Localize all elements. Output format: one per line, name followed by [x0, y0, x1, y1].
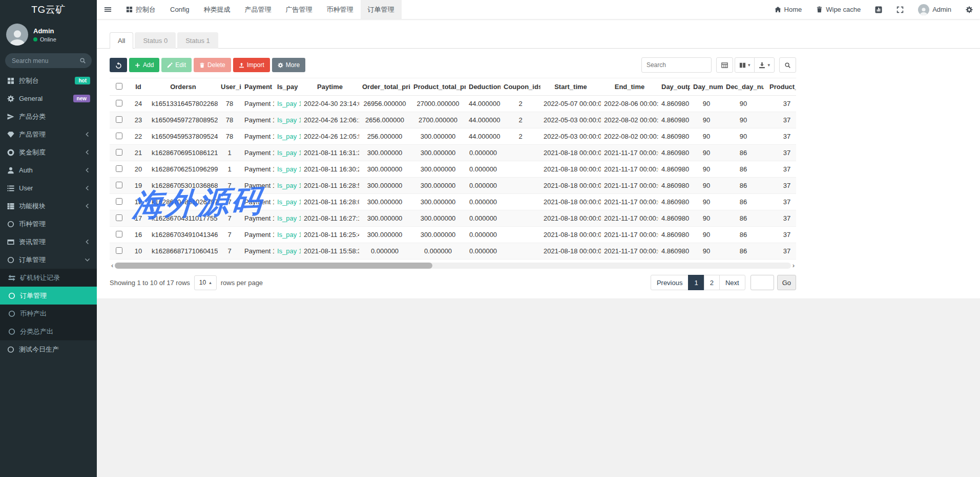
sidebar-item-user[interactable]: User [0, 179, 97, 197]
cell-is_pay[interactable]: Is_pay 1 [274, 227, 301, 243]
sidebar-item-bonus-system[interactable]: 奖金制度 [0, 143, 97, 161]
fullscreen-button[interactable] [889, 0, 911, 19]
go-button[interactable]: Go [777, 275, 796, 290]
cell-is_pay[interactable]: Is_pay 1 [274, 128, 301, 145]
row-checkbox[interactable] [116, 247, 122, 254]
row-checkbox[interactable] [116, 214, 122, 221]
add-button[interactable]: Add [129, 58, 159, 72]
topnav-config[interactable]: Config [163, 0, 197, 19]
column-header-payment[interactable]: Payment [241, 78, 274, 96]
topnav-dashboard[interactable]: 控制台 [119, 0, 163, 19]
row-checkbox[interactable] [116, 100, 122, 106]
scroll-right-arrow-icon[interactable]: › [791, 263, 796, 269]
sidebar-item-order-management-list[interactable]: 订单管理 [0, 287, 97, 305]
cell-is_pay[interactable]: Is_pay 1 [274, 161, 301, 178]
delete-button[interactable]: Delete [194, 58, 231, 72]
sidebar-toggle-button[interactable] [97, 0, 119, 19]
cell-is_pay[interactable]: Is_pay 1 [274, 194, 301, 210]
sidebar-item-product-category[interactable]: 产品分类 [0, 107, 97, 125]
goto-page-input[interactable] [750, 275, 774, 290]
table-row[interactable]: 16k1628670349104134627Payment 1Is_pay 12… [110, 227, 796, 243]
scrollbar-track[interactable] [115, 263, 790, 269]
admin-menu[interactable]: Admin [911, 0, 958, 19]
scrollbar-thumb[interactable] [115, 263, 432, 269]
topnav-ad-management[interactable]: 广告管理 [279, 0, 320, 19]
cell-is_pay[interactable]: Is_pay 1 [274, 178, 301, 194]
next-page-button[interactable]: Next [719, 275, 745, 290]
columns-button[interactable]: ▾ [735, 57, 755, 73]
topnav-product-management[interactable]: 产品管理 [238, 0, 279, 19]
row-checkbox[interactable] [116, 198, 122, 205]
column-header-product_total_price[interactable]: Product_total_price [410, 78, 466, 96]
row-checkbox[interactable] [116, 231, 122, 237]
sidebar-item-auth[interactable]: Auth [0, 161, 97, 179]
sidebar-item-order-management[interactable]: 订单管理 [0, 251, 97, 269]
cell-is_pay[interactable]: Is_pay 1 [274, 243, 301, 259]
column-header-order_total_price[interactable]: Order_total_price [359, 78, 410, 96]
select-all-checkbox[interactable] [116, 83, 122, 90]
column-header-paytime[interactable]: Paytime [301, 78, 359, 96]
sidebar-item-product-management[interactable]: 产品管理 [0, 125, 97, 143]
row-checkbox[interactable] [116, 133, 122, 139]
check-update-button[interactable] [868, 0, 889, 19]
tab-status-0[interactable]: Status 0 [135, 32, 176, 49]
sidebar-item-category-total-output[interactable]: 分类总产出 [0, 322, 97, 340]
column-header-start_time[interactable]: Start_time [540, 78, 601, 96]
table-row[interactable]: 24k165133164578022683578Payment 1Is_pay … [110, 96, 796, 112]
column-header-is_pay[interactable]: Is_pay [274, 78, 301, 96]
sidebar-item-news-management[interactable]: 资讯管理 [0, 233, 97, 251]
column-header-day_num[interactable]: Day_num [690, 78, 723, 96]
column-header-end_time[interactable]: End_time [601, 78, 658, 96]
import-button[interactable]: Import [233, 58, 270, 72]
sidebar-item-general[interactable]: Generalnew [0, 90, 97, 107]
row-checkbox[interactable] [116, 116, 122, 123]
column-header-dec_day_num[interactable]: Dec_day_num [723, 78, 764, 96]
sidebar-search-input[interactable] [5, 53, 92, 68]
table-row[interactable]: 18k1628670485102639777Payment 1Is_pay 12… [110, 194, 796, 210]
sidebar-item-modules[interactable]: 功能模块 [0, 197, 97, 215]
topnav-order-management[interactable]: 订单管理 [361, 0, 402, 19]
export-button[interactable]: ▾ [754, 57, 775, 73]
home-button[interactable]: Home [767, 0, 809, 19]
table-row[interactable]: 20k1628670625109629951Payment 1Is_pay 12… [110, 161, 796, 178]
column-header-deduction[interactable]: Deduction [466, 78, 501, 96]
sidebar-item-currency-output[interactable]: 币种产出 [0, 305, 97, 322]
search-icon[interactable] [79, 57, 86, 64]
row-checkbox[interactable] [116, 149, 122, 156]
toggle-view-button[interactable] [716, 57, 733, 73]
previous-page-button[interactable]: Previous [651, 275, 689, 290]
sidebar-item-currency-management[interactable]: 币种管理 [0, 215, 97, 233]
table-row[interactable]: 17k1628670431101775577Payment 1Is_pay 12… [110, 210, 796, 227]
column-header-product_id[interactable]: Product_id [764, 78, 796, 96]
settings-button[interactable] [958, 0, 980, 19]
page-size-dropdown[interactable]: 10▴ [194, 275, 217, 290]
cell-is_pay[interactable]: Is_pay 1 [274, 210, 301, 227]
scroll-left-arrow-icon[interactable]: ‹ [110, 263, 115, 269]
table-row[interactable]: 23k165094597278089525878Payment 1Is_pay … [110, 112, 796, 128]
page-1-button[interactable]: 1 [688, 275, 704, 290]
page-2-button[interactable]: 2 [704, 275, 720, 290]
table-row[interactable]: 10k1628668717106041537Payment 1Is_pay 12… [110, 243, 796, 259]
table-search-input[interactable] [641, 57, 712, 73]
column-header-coupon_ids[interactable]: Coupon_ids [501, 78, 540, 96]
table-row[interactable]: 22k165094595378095245178Payment 1Is_pay … [110, 128, 796, 145]
column-header-user_id[interactable]: User_id [218, 78, 241, 96]
cell-is_pay[interactable]: Is_pay 1 [274, 145, 301, 161]
more-button[interactable]: More [272, 58, 305, 72]
wipe-cache-button[interactable]: Wipe cache [809, 0, 868, 19]
tab-all[interactable]: All [110, 32, 133, 49]
horizontal-scrollbar[interactable]: ‹ › [110, 263, 796, 269]
sidebar-item-miner-transfer-records[interactable]: 矿机转让记录 [0, 269, 97, 287]
cell-is_pay[interactable]: Is_pay 1 [274, 96, 301, 112]
cell-is_pay[interactable]: Is_pay 1 [274, 112, 301, 128]
refresh-button[interactable] [110, 58, 127, 72]
app-logo[interactable]: TG云矿 [0, 0, 97, 19]
row-checkbox[interactable] [116, 182, 122, 188]
sidebar-item-dashboard[interactable]: 控制台hot [0, 72, 97, 90]
advanced-search-button[interactable] [779, 57, 796, 73]
row-checkbox[interactable] [116, 165, 122, 172]
column-header-day_output[interactable]: Day_output [658, 78, 690, 96]
table-row[interactable]: 21k1628670695108612171Payment 1Is_pay 12… [110, 145, 796, 161]
column-header-ordersn[interactable]: Ordersn [149, 78, 218, 96]
column-header-id[interactable]: Id [128, 78, 149, 96]
